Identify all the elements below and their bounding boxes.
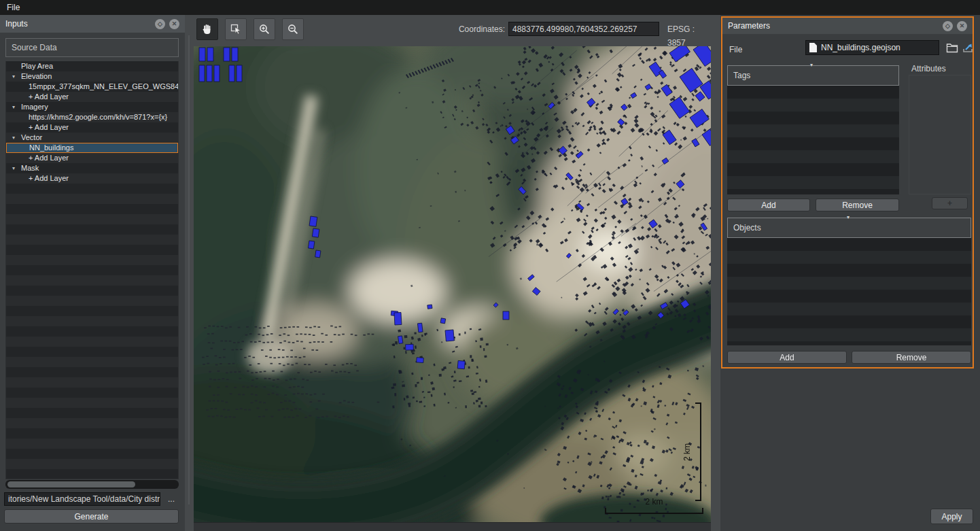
parameters-panel: Parameters ◇ ✕ File NN_buildings.geojson [720,15,980,531]
tree-item-label: 15mppx_377sqkm_NN_ELEV_GEO_WGS84 [6,82,178,92]
tree-expander-icon[interactable]: ▾ [12,163,15,173]
menu-bar: File [0,0,980,15]
file-icon [809,43,817,52]
tree-hscrollbar-thumb[interactable] [7,481,135,487]
scalebar-vertical [695,402,701,501]
parameters-focus-box: Parameters ◇ ✕ File NN_buildings.geojson [721,16,974,369]
output-path-value: itories/New Landscape Tool/data/City dis… [8,494,160,504]
tags-table-header[interactable]: Tags [727,65,899,86]
tags-table-body[interactable] [727,86,899,194]
tree-item-elevation[interactable]: ▾Elevation [6,71,178,82]
inputs-panel-title: Inputs [5,19,151,29]
tree-expander-icon[interactable]: ▾ [12,133,15,143]
tree-item-add-layer[interactable]: + Add Layer [6,173,178,184]
satellite-imagery [194,46,711,522]
objects-table-body[interactable] [727,238,971,345]
generate-button-label: Generate [74,512,108,521]
objects-table-header[interactable]: Objects [727,218,971,238]
output-path-input[interactable]: itories/New Landscape Tool/data/City dis… [4,492,160,506]
map-area: Coordinates: 4883776.499980,7604352.2692… [194,15,711,531]
objects-add-label: Add [780,353,794,362]
tags-add-button[interactable]: Add [727,199,810,211]
select-tool-button[interactable] [225,18,247,40]
file-label: File [729,42,770,57]
pan-tool-button[interactable] [196,18,218,40]
import-file-button[interactable] [961,40,975,55]
inputs-panel-header: Inputs ◇ ✕ [0,15,185,33]
apply-button-label: Apply [941,512,962,521]
tree-item-imagery[interactable]: ▾Imagery [6,102,178,112]
file-input[interactable]: NN_buildings.geojson [805,40,939,55]
close-panel-icon[interactable]: ✕ [957,21,967,31]
tree-item-https-khms2-google-com-kh-v-871-x-x[interactable]: https://khms2.google.com/kh/v=871?x={x} [6,112,178,122]
tree-item-label: + Add Layer [6,122,69,133]
zoom-in-tool-button[interactable] [253,18,275,40]
plus-icon: + [947,199,952,208]
objects-remove-label: Remove [896,353,927,362]
tree-item-label: + Add Layer [6,92,69,102]
source-data-label: Source Data [12,43,57,52]
apply-button[interactable]: Apply [930,509,973,524]
tree-item-vector[interactable]: ▾Vector [6,133,178,143]
hand-icon [200,22,214,36]
float-panel-icon[interactable]: ◇ [155,19,165,29]
close-panel-icon[interactable]: ✕ [169,19,179,29]
scalebar-vertical-label: 2 km [682,402,693,501]
zoom-in-icon [258,22,271,36]
source-data-tree: Play Area▾Elevation15mppx_377sqkm_NN_ELE… [5,61,179,479]
tree-item-add-layer[interactable]: + Add Layer [6,92,178,102]
tree-item-add-layer[interactable]: + Add Layer [6,122,178,133]
zoom-out-tool-button[interactable] [282,18,304,40]
coordinates-value: 4883776.499980,7604352.269257 [512,24,637,34]
source-data-header: Source Data [5,38,179,57]
parameters-panel-title: Parameters [728,21,939,31]
tree-item-label: Play Area [6,61,53,71]
tags-sort-indicator-icon[interactable]: ▾ [810,63,813,68]
tree-item-play-area[interactable]: Play Area [6,61,178,71]
tags-add-label: Add [761,201,775,210]
attributes-area [909,75,971,194]
inputs-panel: Inputs ◇ ✕ Source Data Play Area▾Elevati… [0,15,185,531]
map-bottom-strip [194,522,711,531]
tree-expander-icon[interactable]: ▾ [12,102,15,112]
coordinates-input[interactable]: 4883776.499980,7604352.269257 [508,22,659,36]
attributes-add-button[interactable]: + [932,197,968,209]
browse-file-button[interactable] [943,40,961,55]
menu-file[interactable]: File [0,0,27,15]
objects-add-button[interactable]: Add [727,351,847,364]
select-rectangle-icon [229,22,243,36]
tree-item-mask[interactable]: ▾Mask [6,163,178,173]
tree-item-label: NN_buildings [7,143,73,152]
tree-item-label: + Add Layer [6,153,69,163]
browse-button[interactable]: ... [163,492,179,506]
generate-button[interactable]: Generate [4,509,179,524]
application-window: File Inputs ◇ ✕ Source Data Play Area▾El… [0,0,980,531]
epsg-label: EPSG : 3857 [667,22,711,36]
scalebar-horizontal [605,508,703,514]
tree-item-label: https://khms2.google.com/kh/v=871?x={x} [6,112,167,122]
objects-sort-indicator-icon[interactable]: ▾ [847,215,850,220]
zoom-out-icon [286,22,300,36]
tree-item-label: Vector [6,133,42,143]
tags-header-label: Tags [733,71,750,80]
parameters-panel-header: Parameters ◇ ✕ [722,18,973,34]
tree-item-label: + Add Layer [6,173,69,184]
tree-hscrollbar[interactable] [5,480,179,489]
tags-remove-button[interactable]: Remove [816,199,899,211]
float-panel-icon[interactable]: ◇ [943,21,953,31]
tree-item-label: Mask [6,163,39,173]
left-splitter[interactable] [185,15,194,531]
objects-remove-button[interactable]: Remove [852,351,971,364]
tree-expander-icon[interactable]: ▾ [12,71,15,82]
import-icon [962,42,973,53]
file-value: NN_buildings.geojson [821,43,900,52]
tags-remove-label: Remove [842,201,873,210]
map-canvas[interactable]: 2 km 2 km [194,46,711,522]
attributes-label: Attributes [911,64,946,73]
coordinates-label: Coordinates: [440,22,505,36]
tree-item-add-layer[interactable]: + Add Layer [6,153,178,163]
tree-item-15mppx-377sqkm-nn-elev-geo-wgs84[interactable]: 15mppx_377sqkm_NN_ELEV_GEO_WGS84 [6,82,178,92]
objects-header-label: Objects [733,223,761,233]
folder-icon [946,42,958,53]
tree-item-nn-buildings[interactable]: NN_buildings [6,143,178,153]
